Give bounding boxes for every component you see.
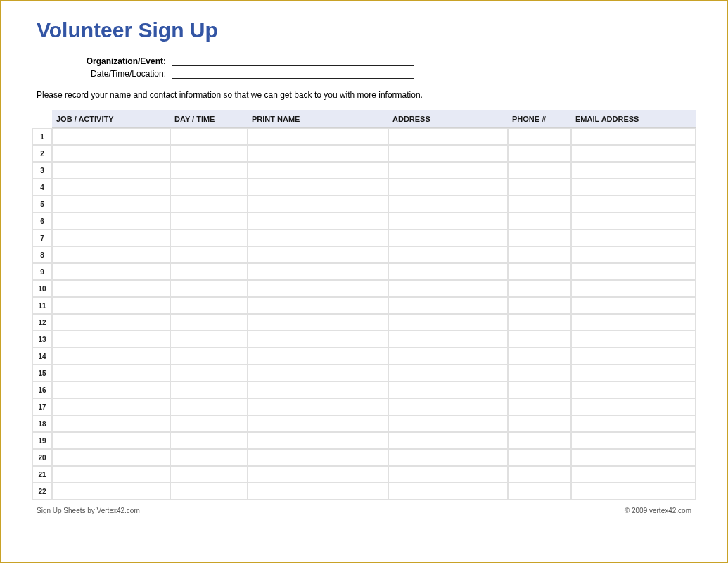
cell-job[interactable] — [52, 297, 170, 314]
cell-name[interactable] — [248, 145, 388, 162]
cell-name[interactable] — [248, 229, 388, 246]
cell-email[interactable] — [571, 213, 696, 229]
cell-day[interactable] — [170, 365, 248, 381]
cell-day[interactable] — [170, 128, 248, 145]
cell-name[interactable] — [248, 466, 388, 483]
cell-name[interactable] — [248, 263, 388, 280]
cell-name[interactable] — [248, 297, 388, 314]
cell-day[interactable] — [170, 331, 248, 348]
cell-address[interactable] — [388, 381, 508, 398]
cell-name[interactable] — [248, 196, 388, 213]
cell-phone[interactable] — [508, 381, 571, 398]
cell-phone[interactable] — [508, 229, 571, 246]
cell-day[interactable] — [170, 348, 248, 365]
cell-email[interactable] — [571, 314, 696, 331]
cell-phone[interactable] — [508, 196, 571, 213]
cell-email[interactable] — [571, 145, 696, 162]
cell-email[interactable] — [571, 398, 696, 415]
cell-email[interactable] — [571, 179, 696, 196]
cell-job[interactable] — [52, 196, 170, 213]
cell-phone[interactable] — [508, 280, 571, 297]
cell-email[interactable] — [571, 128, 696, 145]
cell-name[interactable] — [248, 381, 388, 398]
cell-address[interactable] — [388, 348, 508, 365]
cell-address[interactable] — [388, 128, 508, 145]
cell-name[interactable] — [248, 213, 388, 229]
cell-job[interactable] — [52, 179, 170, 196]
cell-day[interactable] — [170, 280, 248, 297]
cell-email[interactable] — [571, 449, 696, 466]
cell-phone[interactable] — [508, 314, 571, 331]
cell-job[interactable] — [52, 398, 170, 415]
cell-job[interactable] — [52, 314, 170, 331]
date-time-location-field[interactable] — [172, 69, 414, 79]
cell-job[interactable] — [52, 415, 170, 432]
cell-phone[interactable] — [508, 415, 571, 432]
cell-email[interactable] — [571, 331, 696, 348]
cell-day[interactable] — [170, 415, 248, 432]
cell-email[interactable] — [571, 466, 696, 483]
cell-phone[interactable] — [508, 432, 571, 449]
cell-name[interactable] — [248, 348, 388, 365]
cell-day[interactable] — [170, 196, 248, 213]
cell-address[interactable] — [388, 398, 508, 415]
cell-day[interactable] — [170, 229, 248, 246]
cell-address[interactable] — [388, 415, 508, 432]
cell-day[interactable] — [170, 466, 248, 483]
cell-name[interactable] — [248, 449, 388, 466]
cell-address[interactable] — [388, 483, 508, 500]
cell-job[interactable] — [52, 263, 170, 280]
cell-day[interactable] — [170, 179, 248, 196]
cell-phone[interactable] — [508, 213, 571, 229]
cell-email[interactable] — [571, 246, 696, 263]
cell-name[interactable] — [248, 331, 388, 348]
cell-phone[interactable] — [508, 365, 571, 381]
cell-address[interactable] — [388, 297, 508, 314]
cell-email[interactable] — [571, 196, 696, 213]
cell-name[interactable] — [248, 246, 388, 263]
cell-address[interactable] — [388, 196, 508, 213]
cell-name[interactable] — [248, 280, 388, 297]
cell-phone[interactable] — [508, 246, 571, 263]
cell-address[interactable] — [388, 246, 508, 263]
cell-email[interactable] — [571, 381, 696, 398]
cell-phone[interactable] — [508, 145, 571, 162]
cell-address[interactable] — [388, 229, 508, 246]
cell-name[interactable] — [248, 415, 388, 432]
cell-job[interactable] — [52, 348, 170, 365]
cell-address[interactable] — [388, 145, 508, 162]
cell-phone[interactable] — [508, 331, 571, 348]
cell-email[interactable] — [571, 297, 696, 314]
cell-address[interactable] — [388, 432, 508, 449]
cell-day[interactable] — [170, 162, 248, 179]
cell-day[interactable] — [170, 449, 248, 466]
cell-day[interactable] — [170, 297, 248, 314]
cell-day[interactable] — [170, 263, 248, 280]
cell-day[interactable] — [170, 398, 248, 415]
cell-day[interactable] — [170, 432, 248, 449]
cell-phone[interactable] — [508, 162, 571, 179]
cell-phone[interactable] — [508, 466, 571, 483]
cell-email[interactable] — [571, 432, 696, 449]
cell-day[interactable] — [170, 145, 248, 162]
cell-email[interactable] — [571, 263, 696, 280]
cell-job[interactable] — [52, 213, 170, 229]
cell-name[interactable] — [248, 365, 388, 381]
cell-job[interactable] — [52, 466, 170, 483]
cell-name[interactable] — [248, 432, 388, 449]
cell-address[interactable] — [388, 449, 508, 466]
cell-address[interactable] — [388, 263, 508, 280]
cell-job[interactable] — [52, 432, 170, 449]
cell-phone[interactable] — [508, 398, 571, 415]
cell-email[interactable] — [571, 229, 696, 246]
cell-day[interactable] — [170, 246, 248, 263]
cell-job[interactable] — [52, 162, 170, 179]
cell-email[interactable] — [571, 280, 696, 297]
cell-name[interactable] — [248, 179, 388, 196]
cell-address[interactable] — [388, 162, 508, 179]
cell-day[interactable] — [170, 381, 248, 398]
cell-phone[interactable] — [508, 483, 571, 500]
cell-phone[interactable] — [508, 348, 571, 365]
cell-phone[interactable] — [508, 263, 571, 280]
cell-email[interactable] — [571, 162, 696, 179]
